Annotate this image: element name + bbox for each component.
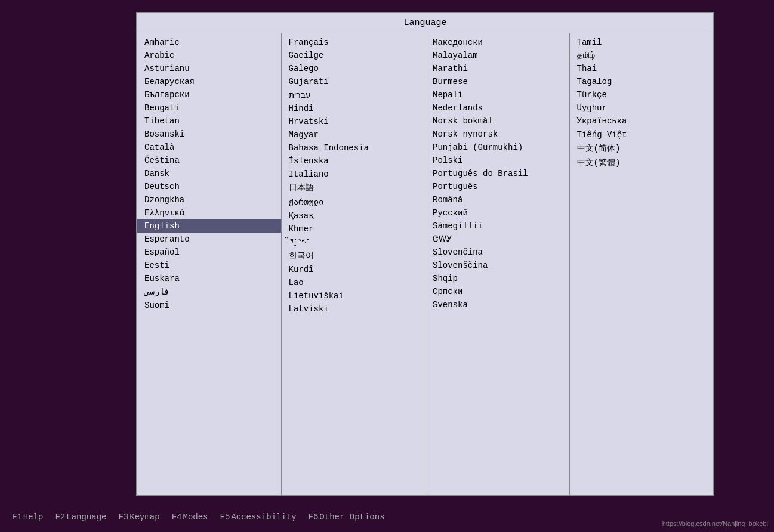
language-item[interactable]: Hindi — [282, 102, 425, 115]
footer-key: F4 — [172, 512, 182, 522]
language-item[interactable]: Italiano — [282, 168, 425, 181]
footer-item-f6[interactable]: F6 Other Options — [309, 512, 385, 522]
language-item[interactable]: Euskara — [137, 272, 281, 285]
language-item[interactable]: Polski — [425, 154, 569, 167]
language-item[interactable]: فارسی — [137, 285, 281, 299]
language-item[interactable]: Slovenščina — [425, 259, 569, 272]
language-item[interactable]: Malayalam — [425, 49, 569, 62]
language-column-2: МакедонскиMalayalamMarathiBurmeseNepaliN… — [425, 33, 570, 495]
language-item[interactable]: Asturianu — [137, 62, 281, 75]
language-item[interactable]: Suomi — [137, 299, 281, 312]
footer-key: F3 — [118, 512, 128, 522]
language-item[interactable]: Tiếng Việt — [570, 128, 714, 141]
language-item[interactable]: Galego — [282, 62, 425, 75]
language-item[interactable]: Tamil — [570, 36, 714, 49]
language-item[interactable]: Kurdî — [282, 263, 425, 276]
language-item[interactable]: Čeština — [137, 154, 281, 167]
language-item[interactable]: Shqip — [425, 272, 569, 285]
dialog-title: Language — [137, 13, 713, 33]
language-item[interactable]: 中文(简体) — [570, 141, 714, 156]
footer-item-f2[interactable]: F2 Language — [55, 512, 106, 522]
language-item[interactable]: Dzongkha — [137, 193, 281, 206]
language-item[interactable]: 中文(繁體) — [570, 156, 714, 170]
language-item[interactable]: Ελληνικά — [137, 206, 281, 219]
language-item[interactable]: ᏣᎳᎩ — [425, 233, 569, 246]
language-item[interactable]: ქართული — [282, 195, 425, 209]
language-item[interactable]: Uyghur — [570, 101, 714, 115]
language-item[interactable]: Українська — [570, 115, 714, 128]
language-item[interactable]: ཀི་རུང་ — [282, 236, 425, 249]
language-item[interactable]: Lao — [282, 276, 425, 289]
language-item[interactable]: Қазақ — [282, 209, 425, 222]
footer-label: Other Options — [319, 512, 384, 522]
language-item[interactable]: Norsk bokmål — [425, 115, 569, 128]
language-item[interactable]: Magyar — [282, 128, 425, 141]
footer-item-f4[interactable]: F4 Modes — [172, 512, 208, 522]
language-item[interactable]: Bengali — [137, 101, 281, 115]
language-item[interactable]: Català — [137, 141, 281, 154]
language-item[interactable]: Punjabi (Gurmukhi) — [425, 141, 569, 154]
language-item[interactable]: Eesti — [137, 259, 281, 272]
footer-label: Keymap — [129, 512, 159, 522]
footer-key: F6 — [309, 512, 319, 522]
language-item[interactable]: Arabic — [137, 49, 281, 62]
language-item[interactable]: Slovenčina — [425, 246, 569, 259]
language-item[interactable]: Esperanto — [137, 233, 281, 246]
language-item[interactable]: Türkçe — [570, 88, 714, 101]
language-item[interactable]: Bosanski — [137, 128, 281, 141]
language-item[interactable]: Khmer — [282, 222, 425, 236]
language-item[interactable]: Thai — [570, 62, 714, 75]
footer-item-f5[interactable]: F5 Accessibility — [220, 512, 297, 522]
language-item[interactable]: Burmese — [425, 75, 569, 88]
footer-label: Modes — [183, 512, 208, 522]
language-item[interactable]: Gujarati — [282, 75, 425, 88]
language-item[interactable]: 한국어 — [282, 249, 425, 263]
language-column-1: FrançaisGaeilgeGalegoGujaratiעבריתHindiH… — [282, 33, 426, 495]
language-item[interactable]: 日本語 — [282, 181, 425, 195]
main-container: Language AmharicArabicAsturianuБеларуска… — [136, 12, 714, 496]
language-item[interactable]: Tagalog — [570, 75, 714, 88]
language-item[interactable]: Português do Brasil — [425, 167, 569, 180]
language-item[interactable]: தமிழ் — [570, 49, 714, 62]
language-item[interactable]: Română — [425, 193, 569, 206]
language-item[interactable]: Македонски — [425, 36, 569, 49]
language-grid: AmharicArabicAsturianuБеларускаяБългарск… — [137, 33, 713, 495]
footer-key: F2 — [55, 512, 65, 522]
footer-label: Language — [66, 512, 106, 522]
language-item[interactable]: Bahasa Indonesia — [282, 141, 425, 154]
language-item[interactable]: Amharic — [137, 36, 281, 49]
language-item[interactable]: Српски — [425, 285, 569, 298]
language-item[interactable]: Íslenska — [282, 154, 425, 168]
language-item[interactable]: Sámegillii — [425, 219, 569, 233]
footer-key: F1 — [12, 512, 22, 522]
language-item[interactable]: Беларуская — [137, 75, 281, 88]
language-item[interactable]: Lietuviškai — [282, 289, 425, 302]
footer-label: Help — [23, 512, 44, 522]
language-item[interactable]: Nepali — [425, 88, 569, 101]
language-item[interactable]: Norsk nynorsk — [425, 128, 569, 141]
language-item[interactable]: Svenska — [425, 298, 569, 311]
language-item[interactable]: Русский — [425, 206, 569, 219]
language-item[interactable]: עברית — [282, 88, 425, 102]
footer-item-f1[interactable]: F1 Help — [12, 512, 43, 522]
language-item[interactable]: Latviski — [282, 302, 425, 316]
language-item[interactable]: Deutsch — [137, 180, 281, 193]
language-item[interactable]: Português — [425, 180, 569, 193]
footer-label: Accessibility — [231, 512, 296, 522]
language-dialog: Language AmharicArabicAsturianuБеларуска… — [136, 12, 714, 496]
watermark: https://blog.csdn.net/Nanjing_bokebi — [662, 520, 768, 527]
language-item[interactable]: Dansk — [137, 167, 281, 180]
language-item[interactable]: Marathi — [425, 62, 569, 75]
language-column-3: Tamilதமிழ்ThaiTagalogTürkçeUyghurУкраїнс… — [570, 33, 714, 495]
language-item[interactable]: Gaeilge — [282, 49, 425, 62]
language-item[interactable]: Hrvatski — [282, 115, 425, 128]
footer-bar: F1 HelpF2 LanguageF3 KeymapF4 ModesF5 Ac… — [0, 502, 774, 532]
footer-item-f3[interactable]: F3 Keymap — [118, 512, 159, 522]
language-item[interactable]: Български — [137, 88, 281, 101]
language-item[interactable]: Español — [137, 246, 281, 259]
footer-key: F5 — [220, 512, 230, 522]
language-item[interactable]: Français — [282, 36, 425, 49]
language-item[interactable]: Nederlands — [425, 101, 569, 115]
language-item[interactable]: Tibetan — [137, 115, 281, 128]
language-item[interactable]: English — [137, 219, 281, 233]
